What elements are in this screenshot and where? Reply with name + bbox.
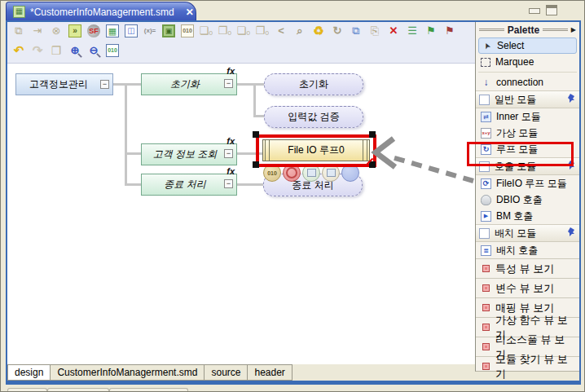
- paste-icon[interactable]: ⎘: [368, 24, 381, 37]
- redo-icon[interactable]: ↷: [31, 44, 44, 57]
- palette-group-batch-module[interactable]: 배치 모듈: [476, 224, 579, 242]
- node-end-process[interactable]: 종료 처리 fx −: [141, 174, 237, 196]
- delete-icon[interactable]: ✕: [387, 24, 400, 37]
- palette-item-loop-module[interactable]: ↻ 루프 모듈: [476, 141, 579, 157]
- palette-group-call-module[interactable]: 호출 모듈: [476, 157, 579, 175]
- module-export-icon[interactable]: ⧉: [12, 24, 25, 37]
- smd-file-icon: ▦: [13, 6, 25, 18]
- palette-tool-marquee[interactable]: Marquee: [476, 54, 579, 70]
- connection-arrow-icon: ↓: [481, 77, 491, 88]
- collapse-left-icon[interactable]: <: [275, 24, 288, 37]
- tab-header[interactable]: header: [248, 364, 292, 381]
- variable-assign-icon[interactable]: (x)=: [143, 24, 156, 37]
- inner-module-icon: ⇄: [481, 112, 491, 122]
- palette-view-property[interactable]: 특성 뷰 보기: [476, 258, 579, 278]
- connector: [237, 183, 263, 186]
- resource-pool-icon[interactable]: ♻: [312, 24, 325, 37]
- collapse-icon[interactable]: −: [224, 79, 233, 88]
- node-customer-query[interactable]: 고객 정보 조회 fx −: [141, 143, 237, 165]
- node-init[interactable]: 초기화 fx −: [141, 73, 237, 95]
- virtual-module-icon: x+y: [481, 128, 491, 139]
- palette-item-bm-call[interactable]: ▶ BM 호출: [476, 208, 579, 224]
- cursor-icon: ➤: [480, 38, 494, 52]
- collapse-icon[interactable]: −: [224, 149, 233, 158]
- editor-tab[interactable]: ▦ *CustomerInfoManagerment.smd ✕: [6, 2, 196, 21]
- palette-item-dbio-call[interactable]: DBIO 호출: [476, 192, 579, 208]
- node-label: 종료 처리: [164, 178, 205, 192]
- palette-group-general-module[interactable]: 일반 모듈: [476, 90, 579, 108]
- checklist-icon[interactable]: ☰: [406, 24, 419, 37]
- new-table-icon[interactable]: ❐: [50, 44, 63, 57]
- palette-item-inner-module[interactable]: ⇄ Inner 모듈: [476, 108, 579, 125]
- item-label: BM 호출: [496, 209, 533, 223]
- inspect-icon[interactable]: ⌕: [293, 24, 306, 37]
- loop-bar-icon: [363, 140, 367, 161]
- binary-doc-icon[interactable]: 010: [181, 24, 194, 37]
- divider: [479, 29, 504, 31]
- module-icon: [479, 95, 490, 105]
- maximize-view-icon[interactable]: [546, 5, 557, 15]
- doc-zero-4-icon[interactable]: ❐₀: [256, 24, 269, 37]
- selection-handle[interactable]: [369, 131, 376, 138]
- item-label: 배치 호출: [496, 244, 538, 258]
- module-active-icon[interactable]: ▣: [162, 24, 175, 37]
- selection-handle[interactable]: [253, 161, 259, 168]
- service-function-icon[interactable]: SF: [87, 24, 100, 37]
- item-label: Inner 모듈: [496, 110, 541, 124]
- selection-handle[interactable]: [253, 131, 259, 138]
- palette-tool-connection[interactable]: ↓ connection: [476, 74, 579, 90]
- frame-diagram-icon[interactable]: ◫: [125, 24, 138, 37]
- zoom-out-icon[interactable]: ⊖: [87, 44, 100, 57]
- doc-zero-3-icon[interactable]: ❏₀: [237, 24, 250, 37]
- palette-view-module-find[interactable]: 모듈 찾기 뷰 보기: [476, 356, 579, 376]
- pin-icon[interactable]: [567, 94, 576, 105]
- connector: [125, 152, 141, 155]
- tab-source[interactable]: source: [205, 364, 248, 381]
- view-icon: [482, 363, 490, 370]
- doc-zero-2-icon[interactable]: ❐₀: [218, 24, 231, 37]
- diagram-canvas[interactable]: 고객정보관리 − 초기화 fx − 고객 정보 조회 fx − 종료 처리 fx…: [7, 64, 475, 364]
- node-fileio-loop[interactable]: File IO 루프0: [262, 139, 370, 161]
- doc-zero-1-icon[interactable]: ❏₀: [200, 24, 213, 37]
- tab-design[interactable]: design: [7, 364, 51, 381]
- collapse-icon[interactable]: −: [224, 179, 233, 188]
- item-label: FileIO 루프 모듈: [496, 177, 567, 191]
- node-input-validation[interactable]: 입력값 검증: [264, 106, 363, 128]
- ghost-tab: [7, 388, 47, 392]
- node-label: 고객정보관리: [29, 77, 88, 91]
- palette-header[interactable]: Palette ▶: [476, 22, 579, 37]
- close-icon[interactable]: ✕: [186, 7, 194, 18]
- palette-tool-select[interactable]: ➤ Select: [478, 37, 577, 54]
- lower-view-edge: [1, 385, 585, 392]
- zoom-in-icon[interactable]: ⊕: [68, 44, 81, 57]
- module-run-icon[interactable]: ⇥: [31, 24, 44, 37]
- chevron-right-icon[interactable]: ▶: [571, 26, 576, 33]
- disconnect-icon[interactable]: ⊗: [50, 24, 63, 37]
- tab-smd-file[interactable]: CustomerInfoManagerment.smd: [51, 364, 205, 381]
- group-label: 배치 모듈: [495, 227, 536, 240]
- undo-icon[interactable]: ↶: [12, 44, 25, 57]
- view-icon: [482, 284, 490, 292]
- frame-grid-icon[interactable]: ▦: [106, 24, 119, 37]
- node-init-child[interactable]: 초기화: [264, 73, 363, 95]
- binary-view-icon[interactable]: 010: [106, 44, 119, 57]
- palette-item-batch-call[interactable]: ≣ 배치 호출: [476, 242, 579, 258]
- step-forward-icon[interactable]: »: [68, 24, 81, 37]
- view-icon: [482, 265, 490, 272]
- node-customer-info-management[interactable]: 고객정보관리 −: [15, 73, 113, 95]
- flag-green-doc-icon[interactable]: ⚑: [424, 24, 438, 37]
- module-icon: [479, 228, 490, 239]
- toolbar: ⧉⇥⊗»SF▦◫(x)=▣010❏₀❐₀❏₀❐₀<⌕♻↻⧉⎘✕☰⚑⚑ ↶↷❐⊕⊖…: [7, 22, 475, 64]
- refresh-icon[interactable]: ↻: [331, 24, 344, 37]
- collapse-icon[interactable]: −: [100, 80, 109, 89]
- bm-call-icon: ▶: [481, 211, 491, 222]
- pin-icon[interactable]: [567, 161, 576, 172]
- pin-icon[interactable]: [567, 227, 576, 239]
- palette-view-variable[interactable]: 변수 뷰 보기: [476, 278, 579, 297]
- palette-item-virtual-module[interactable]: x+y 가상 모듈: [476, 125, 579, 141]
- flag-red-doc-icon[interactable]: ⚑: [443, 24, 456, 37]
- palette-item-fileio-loop-module[interactable]: ⟳ FileIO 루프 모듈: [476, 175, 579, 192]
- minimize-view-icon[interactable]: [529, 8, 540, 14]
- group-label: 일반 모듈: [495, 93, 536, 107]
- copy-icon[interactable]: ⧉: [350, 24, 363, 37]
